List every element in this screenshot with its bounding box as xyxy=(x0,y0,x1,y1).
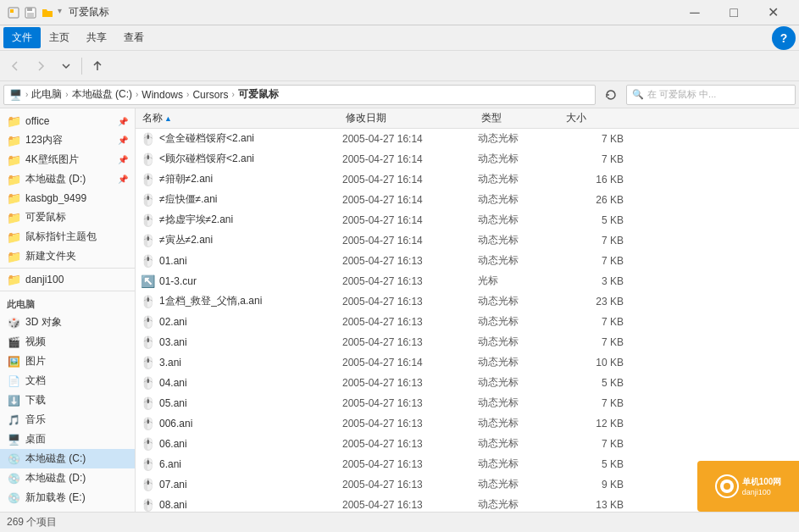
file-type: 动态光标 xyxy=(478,375,563,390)
sidebar-label-desktop: 桌面 xyxy=(25,432,128,446)
file-size: 3 KB xyxy=(563,275,630,287)
file-size: 7 KB xyxy=(563,316,630,328)
file-name: ≠寅丛≠2.ani xyxy=(159,233,342,247)
toolbar-separator xyxy=(81,58,82,75)
titlebar-dropdown[interactable]: ▾ xyxy=(58,6,62,19)
col-header-type[interactable]: 类型 xyxy=(478,111,563,125)
sidebar-item-images[interactable]: 🖼️ 图片 xyxy=(0,352,135,371)
table-row[interactable]: 🖱️ 02.ani 2005-04-27 16:13 动态光标 7 KB xyxy=(136,312,799,332)
sidebar-item-docs[interactable]: 📄 文档 xyxy=(0,371,135,391)
table-row[interactable]: 🖱️ 006.ani 2005-04-27 16:13 动态光标 12 KB xyxy=(136,413,799,434)
table-row[interactable]: 🖱️ ≠痘快僵≠.ani 2005-04-27 16:14 动态光标 26 KB xyxy=(136,190,799,210)
col-header-name[interactable]: 名称 ▲ xyxy=(139,111,342,125)
path-computer[interactable]: 🖥️ xyxy=(9,89,22,101)
table-row[interactable]: 🖱️ 05.ani 2005-04-27 16:13 动态光标 7 KB xyxy=(136,393,799,413)
sidebar-item-3d[interactable]: 🎲 3D 对象 xyxy=(0,313,135,332)
file-date: 2005-04-27 16:13 xyxy=(342,275,478,287)
file-type: 动态光标 xyxy=(478,294,563,308)
menu-view[interactable]: 查看 xyxy=(115,27,153,48)
table-row[interactable]: 🖱️ 04.ani 2005-04-27 16:13 动态光标 5 KB xyxy=(136,373,799,393)
sidebar-label-network: 网络 xyxy=(25,510,128,512)
menu-share[interactable]: 共享 xyxy=(78,27,115,48)
file-date: 2005-04-27 16:13 xyxy=(342,255,478,267)
minimize-button[interactable]: ─ xyxy=(675,0,714,25)
up-button[interactable] xyxy=(86,54,109,78)
sidebar-item-network[interactable]: 🌐 网络 xyxy=(0,507,135,512)
address-path[interactable]: 🖥️ › 此电脑 › 本地磁盘 (C:) › Windows › Cursors… xyxy=(3,85,596,105)
sidebar-item-drive-d[interactable]: 💿 本地磁盘 (D:) xyxy=(0,468,135,488)
file-date: 2005-04-27 16:13 xyxy=(342,397,478,409)
sidebar-item-kasbgb[interactable]: 📁 kasbgb_9499 xyxy=(0,189,135,208)
table-row[interactable]: 🖱️ ≠捻虚宇埃≠2.ani 2005-04-27 16:14 动态光标 5 K… xyxy=(136,210,799,230)
help-button[interactable]: ? xyxy=(772,26,796,50)
table-row[interactable]: 🖱️ 1盒档_救登_父惰,a.ani 2005-04-27 16:13 动态光标… xyxy=(136,291,799,312)
sidebar-label-theme: 鼠标指针主题包 xyxy=(25,230,128,244)
file-name: ≠箝朝≠2.ani xyxy=(159,172,342,186)
file-size: 23 KB xyxy=(563,296,630,308)
sidebar-item-office[interactable]: 📁 office 📌 xyxy=(0,112,135,130)
sort-indicator: ▲ xyxy=(164,114,172,123)
svg-rect-1 xyxy=(10,9,14,13)
file-type: 动态光标 xyxy=(478,497,563,512)
file-date: 2005-04-27 16:13 xyxy=(342,458,478,470)
path-part-3[interactable]: Windows xyxy=(141,89,183,101)
file-date: 2005-04-27 16:13 xyxy=(342,479,478,490)
sidebar-divider-1 xyxy=(0,268,135,269)
sidebar-item-drive-c[interactable]: 💿 本地磁盘 (C:) xyxy=(0,449,135,468)
maximize-button[interactable]: □ xyxy=(714,0,753,25)
sidebar-item-kawaii[interactable]: 📁 可爱鼠标 xyxy=(0,208,135,227)
close-button[interactable]: ✕ xyxy=(753,0,792,25)
watermark-line2: danji100 xyxy=(742,488,782,496)
save-icon[interactable] xyxy=(24,6,37,19)
path-part-1[interactable]: 此电脑 xyxy=(31,87,62,102)
sidebar-item-locald[interactable]: 📁 本地磁盘 (D:) 📌 xyxy=(0,169,135,189)
sidebar-item-desktop[interactable]: 🖥️ 桌面 xyxy=(0,429,135,449)
sidebar-item-downloads[interactable]: ⬇️ 下载 xyxy=(0,391,135,410)
table-row[interactable]: 🖱️ <顾尔碰档馁府<2.ani 2005-04-27 16:14 动态光标 7… xyxy=(136,149,799,169)
table-row[interactable]: 🖱️ 3.ani 2005-04-27 16:14 动态光标 10 KB xyxy=(136,352,799,373)
table-row[interactable]: 🖱️ 01.ani 2005-04-27 16:13 动态光标 7 KB xyxy=(136,251,799,271)
svg-rect-3 xyxy=(27,8,32,11)
file-icon: 🖱️ xyxy=(139,456,156,473)
sidebar-item-video[interactable]: 🎬 视频 xyxy=(0,332,135,352)
sidebar-section-pc: 此电脑 xyxy=(0,293,135,313)
sidebar-item-theme[interactable]: 📁 鼠标指针主题包 xyxy=(0,227,135,247)
file-icon: 🖱️ xyxy=(139,334,156,351)
search-box[interactable]: 🔍 在 可爱鼠标 中... xyxy=(626,85,796,105)
refresh-button[interactable] xyxy=(599,83,623,107)
sidebar-item-music[interactable]: 🎵 音乐 xyxy=(0,410,135,429)
file-icon: 🖱️ xyxy=(139,191,156,208)
network-icon: 🌐 xyxy=(7,511,20,513)
dropdown-recent-button[interactable] xyxy=(54,54,78,78)
table-row[interactable]: ↖️ 01-3.cur 2005-04-27 16:13 光标 3 KB xyxy=(136,271,799,291)
col-header-date[interactable]: 修改日期 xyxy=(342,111,478,125)
table-row[interactable]: 🖱️ 06.ani 2005-04-27 16:13 动态光标 7 KB xyxy=(136,434,799,454)
file-type: 动态光标 xyxy=(478,152,563,166)
table-row[interactable]: 🖱️ ≠寅丛≠2.ani 2005-04-27 16:14 动态光标 7 KB xyxy=(136,230,799,251)
sidebar-label-docs: 文档 xyxy=(25,374,128,388)
file-size: 9 KB xyxy=(563,479,630,490)
folder-blue-icon: 📁 xyxy=(7,273,20,286)
sidebar-item-drive-e[interactable]: 💿 新加载卷 (E:) xyxy=(0,488,135,507)
path-part-2[interactable]: 本地磁盘 (C:) xyxy=(72,87,132,102)
search-icon: 🔍 xyxy=(632,89,644,100)
sidebar-label-3d: 3D 对象 xyxy=(25,315,128,330)
sidebar-item-4k[interactable]: 📁 4K壁纸图片 📌 xyxy=(0,150,135,169)
address-refresh xyxy=(599,83,623,107)
col-header-size[interactable]: 大小 xyxy=(563,111,630,125)
sidebar-item-new[interactable]: 📁 新建文件夹 xyxy=(0,247,135,266)
sidebar-label-kasbgb: kasbgb_9499 xyxy=(25,192,128,204)
path-part-4[interactable]: Cursors xyxy=(192,89,228,101)
forward-button[interactable] xyxy=(29,54,53,78)
drive-d-icon: 💿 xyxy=(7,472,20,485)
sidebar-item-danji[interactable]: 📁 danji100 xyxy=(0,270,135,289)
sidebar-item-123[interactable]: 📁 123内容 📌 xyxy=(0,130,135,150)
table-row[interactable]: 🖱️ 03.ani 2005-04-27 16:13 动态光标 7 KB xyxy=(136,332,799,352)
table-row[interactable]: 🖱️ ≠箝朝≠2.ani 2005-04-27 16:14 动态光标 16 KB xyxy=(136,169,799,190)
menu-home[interactable]: 主页 xyxy=(41,27,78,48)
path-part-5[interactable]: 可爱鼠标 xyxy=(238,87,279,102)
table-row[interactable]: 🖱️ <盒全碰档馁府<2.ani 2005-04-27 16:14 动态光标 7… xyxy=(136,129,799,149)
menu-file[interactable]: 文件 xyxy=(3,27,41,48)
titlebar-controls: ─ □ ✕ xyxy=(675,0,792,25)
back-button[interactable] xyxy=(3,54,27,78)
